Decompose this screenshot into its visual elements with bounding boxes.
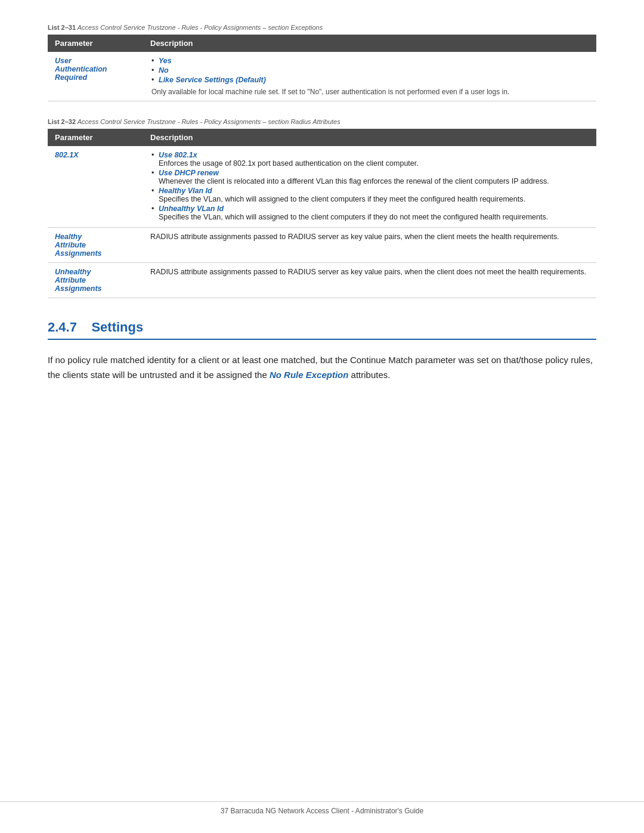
bullet-like-service: Like Service Settings (Default): [159, 76, 266, 84]
bullet-yes: Yes: [159, 57, 172, 65]
bullet-no: No: [159, 66, 169, 75]
table2-desc-unhealthy: RADIUS attribute assignments passed to R…: [143, 263, 596, 298]
section-title: Settings: [91, 320, 143, 335]
sub-use-8021x: Enforces the usage of 802.1x port based …: [159, 159, 419, 168]
table1-caption: List 2–31 Access Control Service Trustzo…: [48, 24, 596, 31]
table2-param-unhealthy: UnhealthyAttributeAssignments: [48, 263, 143, 298]
table1-note: Only available for local machine rule se…: [150, 88, 589, 96]
table2-param-8021x: 802.1X: [48, 146, 143, 228]
sub-healthy-vlan: Specifies the VLan, which will assigned …: [159, 195, 525, 203]
table2-desc-8021x: Use 802.1x Enforces the usage of 802.1x …: [143, 146, 596, 228]
bullet-unhealthy-vlan: Unhealthy VLan Id: [159, 205, 224, 213]
footer-text: 37 Barracuda NG Network Access Client - …: [221, 807, 423, 815]
table2-col-desc: Description: [143, 129, 596, 146]
table2-caption: List 2–32 Access Control Service Trustzo…: [48, 118, 596, 125]
bullet-use-8021x: Use 802.1x: [159, 151, 197, 159]
table1: Parameter Description UserAuthentication…: [48, 35, 596, 101]
table2-param-healthy: HealthyAttributeAssignments: [48, 228, 143, 263]
table-row-8021x: 802.1X Use 802.1x Enforces the usage of …: [48, 146, 596, 228]
sub-dhcp-renew: Whenever the client is relocated into a …: [159, 177, 549, 185]
table-row: UserAuthenticationRequired Yes No Like S…: [48, 52, 596, 101]
sub-unhealthy-vlan: Specifies the VLan, which will assigned …: [159, 213, 548, 221]
bullet-healthy-vlan: Healthy Vlan Id: [159, 187, 212, 195]
bullet-dhcp-renew: Use DHCP renew: [159, 169, 219, 177]
table1-desc-user-auth: Yes No Like Service Settings (Default) O…: [143, 52, 596, 101]
table-row-unhealthy-attr: UnhealthyAttributeAssignments RADIUS att…: [48, 263, 596, 298]
section-heading: 2.4.7 Settings: [48, 320, 596, 340]
section-number: 2.4.7: [48, 320, 77, 335]
table1-param-user-auth: UserAuthenticationRequired: [48, 52, 143, 101]
table2: Parameter Description 802.1X Use 802.1x …: [48, 129, 596, 298]
main-paragraph: If no policy rule matched identity for a…: [48, 353, 596, 383]
table2-desc-healthy: RADIUS attribute assignments passed to R…: [143, 228, 596, 263]
table1-col-param: Parameter: [48, 35, 143, 52]
paragraph-text-after: attributes.: [348, 370, 390, 380]
table1-col-desc: Description: [143, 35, 596, 52]
table-row-healthy-attr: HealthyAttributeAssignments RADIUS attri…: [48, 228, 596, 263]
table2-col-param: Parameter: [48, 129, 143, 146]
page-footer: 37 Barracuda NG Network Access Client - …: [0, 801, 644, 815]
no-rule-exception-link: No Rule Exception: [270, 370, 349, 380]
